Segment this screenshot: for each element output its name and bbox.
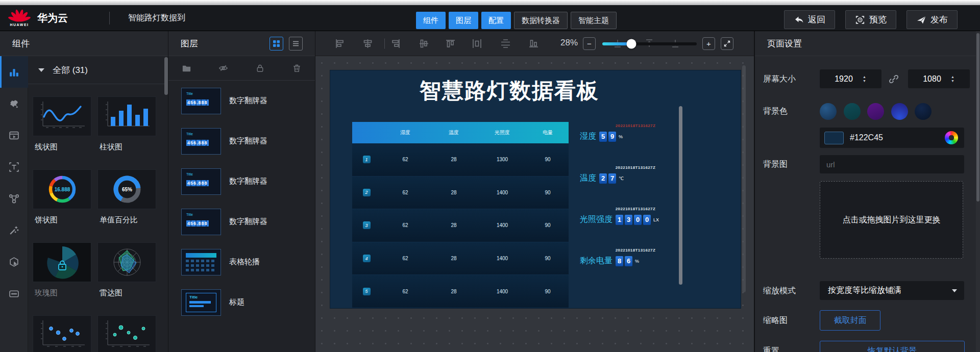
rail-model-icon[interactable] [0,246,28,278]
component-card-rose[interactable]: 玫瑰图 [33,242,91,315]
settings-scrollbar-track[interactable] [976,31,980,352]
flipper-thumb: Title456.888 [181,209,221,235]
pie-thumb-value: 16.888 [54,187,70,192]
component-card-scatter[interactable] [97,315,156,352]
layer-item[interactable]: Title456.888 数字翻牌器 [168,121,315,161]
dashboard-title[interactable]: 智慧路灯数据看板 [330,77,689,105]
screen-height-stepper[interactable]: ▲▼ [908,69,970,88]
screen-height-input[interactable] [914,74,950,84]
distribute-horizontal-icon[interactable] [472,38,482,49]
table-cell: 62 [381,157,430,162]
zoom-out-button[interactable]: − [583,37,596,50]
bg-color-swatch[interactable] [891,103,908,120]
layer-view-toggles [270,37,303,51]
flip-card-unit: ℃ [619,176,624,181]
zoom-in-button[interactable]: + [702,37,715,50]
layer-item[interactable]: 表格轮播 [168,242,315,282]
reset-label: 重置 [763,346,779,352]
rail-text-icon[interactable] [0,151,28,183]
settings-scrollbar[interactable] [976,33,979,202]
artboard-scrollbar[interactable] [679,106,682,285]
component-card-line[interactable]: 线状图 [33,96,91,169]
align-bottom-icon[interactable] [528,38,539,49]
canvas-area[interactable]: 智慧路灯数据看板 湿度 温度 光照度 电量 1 62 28 1300 9 [315,56,754,352]
bg-image-url-input[interactable] [820,155,964,173]
bg-color-swatch[interactable] [820,103,837,120]
color-picker-icon[interactable] [945,131,958,144]
thumb-title: Title [186,213,220,216]
preview-button[interactable]: 预览 [845,10,896,29]
rail-magic-wand-icon[interactable] [0,214,28,246]
back-button[interactable]: 返回 [784,10,835,29]
align-left-icon[interactable] [334,38,345,49]
stepper-down-icon[interactable]: ▼ [863,79,866,83]
layer-item[interactable]: Title456.888 数字翻牌器 [168,161,315,202]
tab-smart-theme[interactable]: 智能主题 [571,12,617,29]
dashboard-artboard[interactable]: 智慧路灯数据看板 湿度 温度 光照度 电量 1 62 28 1300 9 [330,70,741,308]
component-card-percent[interactable]: 65% 单值百分比 [97,169,156,242]
table-cell: 28 [430,190,478,195]
tab-data-transformer[interactable]: 数据转换器 [514,12,568,29]
restore-default-bg-button[interactable]: 恢复默认背景 [820,341,965,352]
component-label: 饼状图 [35,215,91,225]
thumb-title: Title [186,132,220,136]
color-hex-value: #122C45 [850,133,883,142]
layers-panel: 图层 Title456.888 数字翻牌器 Title456.888 数字翻牌器… [168,31,315,352]
row-index-badge: 4 [363,255,371,262]
capture-cover-button[interactable]: 截取封面 [820,310,880,331]
zoom-slider-handle[interactable] [627,39,636,49]
layer-item[interactable]: Title456.888 数字翻牌器 [168,202,315,242]
bg-color-field[interactable]: #122C45 [820,128,964,148]
bg-color-swatch[interactable] [867,103,884,120]
stepper-up-icon[interactable]: ▲ [951,75,954,79]
align-center-horizontal-icon[interactable] [362,38,373,49]
rail-map-icon[interactable] [0,88,28,119]
image-dropzone[interactable]: 点击或拖拽图片到这里更换 [820,181,963,259]
component-card-bar[interactable]: 柱状图 [97,96,156,169]
layer-item[interactable]: Title 标题 [168,282,315,322]
component-card-scatter[interactable] [33,315,91,352]
distribute-vertical-icon[interactable] [500,38,511,49]
component-card-radar[interactable]: 雷达图 [97,242,156,315]
flip-card-label: 温度 [580,173,596,184]
rail-chart-icon[interactable] [0,56,28,88]
align-top-icon[interactable] [445,38,456,49]
fit-screen-button[interactable] [721,37,733,50]
flipper-thumb: Title456.888 [181,168,221,195]
link-icon[interactable] [889,74,899,86]
back-arrow-icon [794,15,804,25]
align-right-icon[interactable] [390,38,401,49]
layer-label: 数字翻牌器 [229,96,267,106]
component-card-pie[interactable]: 16.888 饼状图 [33,169,91,242]
rail-media-icon[interactable] [0,119,28,151]
zoom-slider[interactable] [602,42,697,45]
layer-item[interactable]: Title456.888 数字翻牌器 [168,81,315,121]
flip-card-label: 剩余电量 [580,256,612,266]
folder-icon[interactable] [168,63,205,73]
background-image-label: 背景图 [763,159,788,170]
category-header[interactable]: 全部 (31) [28,56,168,84]
table-cell: 90 [527,256,569,261]
align-middle-icon[interactable] [419,38,429,49]
scale-mode-select[interactable]: 按宽度等比缩放铺满 [820,281,964,300]
delete-icon[interactable] [278,63,315,73]
components-scrollbar[interactable] [164,57,168,95]
list-view-icon[interactable] [289,37,303,51]
tab-config[interactable]: 配置 [481,12,511,29]
rail-more-icon[interactable] [0,278,28,309]
bg-color-swatch[interactable] [844,103,861,120]
tab-components[interactable]: 组件 [416,12,446,29]
rail-relation-icon[interactable] [0,183,28,214]
dashboard-table[interactable]: 湿度 温度 光照度 电量 1 62 28 1300 90 2 62 [352,122,569,308]
bg-color-swatch[interactable] [915,103,932,120]
tab-layers[interactable]: 图层 [449,12,478,29]
screen-width-input[interactable] [826,74,862,84]
stepper-down-icon[interactable]: ▼ [951,79,954,83]
canvas-scrollbar[interactable] [742,65,746,292]
publish-button[interactable]: 发布 [906,10,958,29]
lock-icon[interactable] [242,63,279,73]
grid-view-icon[interactable] [270,37,283,51]
stepper-up-icon[interactable]: ▲ [863,75,866,79]
hide-icon[interactable] [205,63,242,73]
screen-width-stepper[interactable]: ▲▼ [820,69,881,88]
